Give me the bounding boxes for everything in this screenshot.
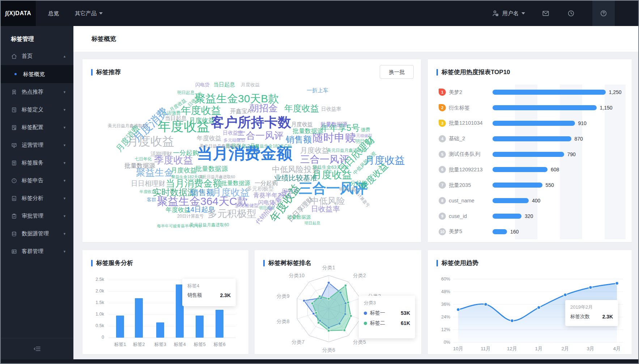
x-tick-label: 3月	[587, 346, 594, 351]
cloud-word: 聚益生金	[136, 168, 174, 177]
cloud-word: 日收益率	[311, 205, 340, 213]
top10-value: 1,250	[609, 89, 622, 95]
radar-axis-label: 分类2	[353, 273, 366, 278]
sidebar-item-数据源管理[interactable]: 数据源管理▼	[1, 225, 73, 243]
sidebar-title: 标签管理	[1, 26, 73, 47]
top10-row: 5测试任务队列790	[428, 146, 632, 162]
sidebar-item-运营管理[interactable]: 运营管理▼	[1, 136, 73, 154]
x-tick-label: 标签5	[190, 341, 209, 348]
rank-badge: 7	[439, 181, 446, 189]
cloud-word: 月度收益	[171, 167, 197, 174]
y-tick-label: 48%	[441, 289, 450, 294]
y-tick-label: 1.5k	[86, 300, 104, 305]
cloud-word: 多元稳健型	[223, 138, 245, 142]
change-batch-button[interactable]: 换一批	[380, 65, 414, 79]
sidebar-item-label: 标签定义	[22, 106, 63, 113]
cloud-word: 美元日益月鑫进取60	[108, 124, 147, 128]
cloud-word: 客户所持卡数	[211, 116, 291, 129]
top10-value: 910	[578, 120, 587, 126]
chevron-down-icon: ▼	[63, 161, 66, 165]
clock-icon	[567, 9, 575, 17]
y-tick-label: 36%	[441, 302, 450, 307]
cloud-word: 月度收益	[300, 147, 329, 154]
bookmark-icon	[11, 89, 17, 95]
top10-label: 美梦5	[449, 228, 493, 235]
active-dot	[14, 73, 17, 75]
x-tick-label: 标签2	[129, 341, 148, 348]
doc-gear-icon	[11, 124, 17, 131]
sidebar-item-label: 标签分析	[22, 195, 63, 202]
y-tick-label: 2.0k	[86, 288, 104, 294]
y-tick-label: 2.5k	[86, 277, 104, 282]
radar-axis-label: 分类6	[322, 347, 335, 353]
cloud-word: 美元日益月鑫进取60	[200, 144, 239, 148]
help-button[interactable]	[592, 1, 615, 26]
chevron-down-icon: ▼	[63, 197, 66, 200]
top10-row: 8cust_name400	[428, 193, 632, 209]
sidebar-item-标签定义[interactable]: 标签定义▼	[1, 101, 73, 119]
rank-badge: 3	[439, 120, 446, 127]
sidebar-subitem-label: 标签概览	[23, 71, 45, 78]
logo-block: ∫(X)DATA	[1, 1, 36, 26]
app-logo: ∫(X)DATA	[5, 10, 31, 17]
top10-bar	[493, 90, 606, 95]
rank-badge: 9	[439, 213, 446, 220]
gridline	[108, 338, 236, 338]
x-tick-label: 1月	[535, 346, 542, 351]
sidebar-item-客群管理[interactable]: 客群管理▼	[1, 243, 73, 260]
user-menu[interactable]: 用户名	[491, 9, 525, 17]
history-button[interactable]	[567, 9, 575, 17]
top10-label: 批量12092213	[449, 166, 493, 173]
sidebar-item-label: 标签服务	[22, 159, 63, 166]
radar-axis-label: 分类5	[353, 339, 366, 345]
cloud-word: 缴费	[361, 127, 370, 132]
y-tick-label: 0	[86, 335, 104, 340]
user-card-icon	[11, 248, 17, 255]
nav-other-products[interactable]: 其它产品	[75, 10, 103, 17]
x-tick-label: 10月	[453, 346, 464, 351]
cloud-word: 年度收益	[284, 104, 319, 113]
cloud-word: 日收益率	[321, 106, 341, 111]
rank-badge: 4	[439, 135, 446, 142]
sidebar-menu: 首页▲标签概览热点推荐▼标签定义▼标签配置▼运营管理▼标签服务▼标签申告▼标签分…	[1, 47, 73, 260]
card-title-text: 标签推荐	[96, 68, 121, 76]
doc-heart-icon	[11, 160, 17, 166]
chevron-down-icon: ▼	[63, 214, 66, 218]
card-title: 标签推荐	[91, 68, 121, 76]
chevron-down-icon: ▼	[63, 108, 66, 112]
sidebar-item-审批管理[interactable]: 审批管理▼	[1, 207, 73, 225]
rank-badge: 2	[439, 104, 446, 111]
tooltip-label: 标签次数	[570, 313, 590, 320]
sidebar-item-首页[interactable]: 首页▲	[1, 47, 73, 65]
sidebar-item-label: 客群管理	[22, 248, 63, 255]
cloud-word: 多元积极型	[247, 186, 274, 191]
sidebar-item-标签服务[interactable]: 标签服务▼	[1, 154, 73, 172]
top10-value: 320	[525, 213, 533, 219]
top10-value: 608	[551, 167, 559, 172]
cloud-word: 日收益率	[223, 130, 243, 135]
sidebar-item-标签配置[interactable]: 标签配置▼	[1, 119, 73, 136]
y-tick-label: 24%	[441, 314, 450, 320]
x-tick-label: 12月	[507, 346, 517, 351]
cloud-word: 月度收益	[291, 121, 313, 127]
sidebar-item-标签申告[interactable]: 标签申告▼	[1, 172, 73, 189]
cloud-word: 销售额	[286, 135, 312, 144]
chevron-down-icon: ▼	[63, 144, 66, 147]
cloud-word: 聚益生金364天C款	[157, 196, 248, 207]
sidebar-item-热点推荐[interactable]: 热点推荐▼	[1, 83, 73, 101]
top10-row: 4基础_2870	[428, 131, 632, 146]
sidebar-item-tag-overview[interactable]: 标签概览	[1, 65, 73, 83]
nav-overview[interactable]: 总览	[48, 10, 59, 17]
service-tooltip: 标签4 销售额 2.3K	[182, 279, 236, 306]
sidebar-item-标签分析[interactable]: 标签分析▼	[1, 189, 73, 207]
username-label: 用户名	[502, 10, 519, 17]
cloud-word: 年度收益	[181, 106, 221, 116]
collapse-menu-icon[interactable]	[33, 346, 41, 352]
cloud-word: 明日起息	[304, 221, 320, 225]
radar-axis-label: 分类1	[322, 265, 335, 270]
cloud-word: 中低风险	[310, 197, 345, 205]
top10-label: 测试任务队列	[449, 151, 493, 158]
cloud-word: 年度收益	[140, 190, 156, 194]
mail-button[interactable]	[542, 9, 550, 17]
chevron-down-icon: ▼	[63, 232, 66, 236]
